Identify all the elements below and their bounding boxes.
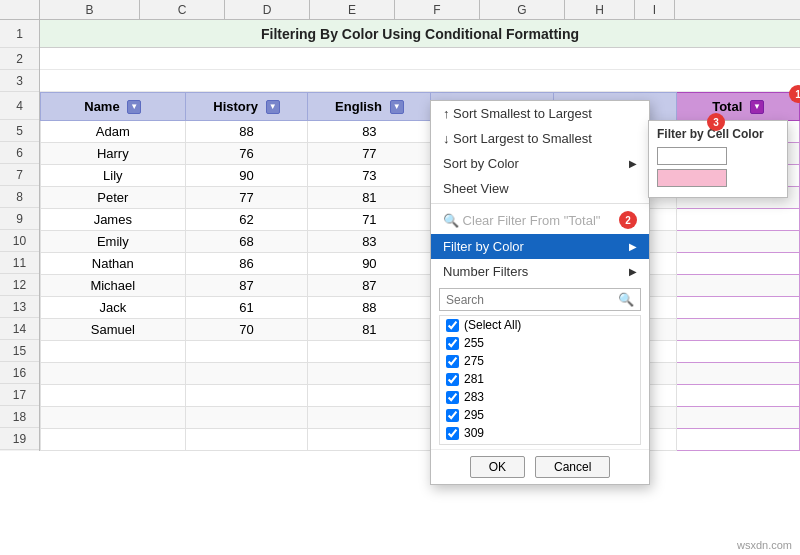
table-row: Samuel708160 bbox=[41, 319, 800, 341]
check-275[interactable]: 275 bbox=[440, 352, 640, 370]
checkbox-295[interactable] bbox=[446, 409, 459, 422]
filter-name-btn[interactable] bbox=[127, 100, 141, 114]
check-309[interactable]: 309 bbox=[440, 424, 640, 442]
table-row-empty-16 bbox=[41, 363, 800, 385]
filter-total-btn[interactable] bbox=[750, 100, 764, 114]
row-num-4: 4 bbox=[0, 92, 39, 120]
cell-history: 70 bbox=[185, 319, 308, 341]
cell-name: Michael bbox=[41, 275, 186, 297]
cell-english: 81 bbox=[308, 187, 431, 209]
badge-2: 2 bbox=[619, 211, 637, 229]
cell-english: 71 bbox=[308, 209, 431, 231]
filter-english-btn[interactable] bbox=[390, 100, 404, 114]
row-num-14: 14 bbox=[0, 318, 39, 340]
table-row: Emily688364 bbox=[41, 231, 800, 253]
row-num-17: 17 bbox=[0, 384, 39, 406]
cell-english: 73 bbox=[308, 165, 431, 187]
badge-1: 1 bbox=[789, 85, 800, 103]
spreadsheet: B C D E F G H I 1 2 3 4 5 6 7 8 9 10 11 … bbox=[0, 0, 800, 555]
row-num-15: 15 bbox=[0, 340, 39, 362]
row-num-16: 16 bbox=[0, 362, 39, 384]
row-num-6: 6 bbox=[0, 142, 39, 164]
pink-color-swatch[interactable] bbox=[657, 169, 727, 187]
cell-name: James bbox=[41, 209, 186, 231]
menu-filter-by-color[interactable]: Filter by Color ▶ bbox=[431, 234, 649, 259]
check-255[interactable]: 255 bbox=[440, 334, 640, 352]
row-num-9: 9 bbox=[0, 208, 39, 230]
col-header-g: G bbox=[480, 0, 565, 19]
cell-english: 77 bbox=[308, 143, 431, 165]
checkbox-275[interactable] bbox=[446, 355, 459, 368]
table-row: Jack618862 bbox=[41, 297, 800, 319]
check-281[interactable]: 281 bbox=[440, 370, 640, 388]
cell-history: 86 bbox=[185, 253, 308, 275]
cell-name: Harry bbox=[41, 143, 186, 165]
menu-sort-asc[interactable]: ↑ Sort Smallest to Largest bbox=[431, 101, 649, 126]
row-num-7: 7 bbox=[0, 164, 39, 186]
cell-name: Samuel bbox=[41, 319, 186, 341]
th-history: History bbox=[185, 93, 308, 121]
menu-number-filters[interactable]: Number Filters ▶ bbox=[431, 259, 649, 284]
row-num-19: 19 bbox=[0, 428, 39, 450]
chevron-right-icon: ▶ bbox=[629, 158, 637, 169]
chevron-right-icon-2: ▶ bbox=[629, 266, 637, 277]
cancel-button[interactable]: Cancel bbox=[535, 456, 610, 478]
check-283[interactable]: 283 bbox=[440, 388, 640, 406]
cell-total bbox=[677, 253, 800, 275]
checkbox-309[interactable] bbox=[446, 427, 459, 440]
checkbox-283[interactable] bbox=[446, 391, 459, 404]
row-num-10: 10 bbox=[0, 230, 39, 252]
checklist[interactable]: (Select All) 255 275 281 283 295 bbox=[439, 315, 641, 445]
table-row: James627161 bbox=[41, 209, 800, 231]
checkbox-281[interactable] bbox=[446, 373, 459, 386]
empty-row-2 bbox=[40, 48, 800, 70]
cell-history: 62 bbox=[185, 209, 308, 231]
checkbox-select-all[interactable] bbox=[446, 319, 459, 332]
ok-button[interactable]: OK bbox=[470, 456, 525, 478]
table-row: Michael878761 bbox=[41, 275, 800, 297]
row-num-11: 11 bbox=[0, 252, 39, 274]
cell-total bbox=[677, 231, 800, 253]
badge-3: 3 bbox=[707, 113, 725, 131]
menu-clear-filter: 🔍 Clear Filter From "Total" 2 bbox=[431, 206, 649, 234]
checkbox-313[interactable] bbox=[446, 445, 459, 446]
check-295[interactable]: 295 bbox=[440, 406, 640, 424]
checkbox-255[interactable] bbox=[446, 337, 459, 350]
col-header-row: B C D E F G H I bbox=[0, 0, 800, 20]
menu-sort-desc[interactable]: ↓ Sort Largest to Smallest bbox=[431, 126, 649, 151]
menu-sheet-view[interactable]: Sheet View bbox=[431, 176, 649, 201]
check-select-all[interactable]: (Select All) bbox=[440, 316, 640, 334]
cell-name: Adam bbox=[41, 121, 186, 143]
cell-name: Peter bbox=[41, 187, 186, 209]
menu-search[interactable]: 🔍 bbox=[439, 288, 641, 311]
row-num-1: 1 bbox=[0, 20, 39, 48]
cell-english: 88 bbox=[308, 297, 431, 319]
check-313[interactable]: 313 bbox=[440, 442, 640, 445]
search-input[interactable] bbox=[440, 290, 612, 310]
cell-name: Jack bbox=[41, 297, 186, 319]
cell-english: 83 bbox=[308, 121, 431, 143]
watermark: wsxdn.com bbox=[737, 539, 792, 551]
color-panel: Filter by Cell Color 3 bbox=[648, 120, 788, 198]
cell-total bbox=[677, 319, 800, 341]
menu-divider-1 bbox=[431, 203, 649, 204]
filter-history-btn[interactable] bbox=[266, 100, 280, 114]
cell-english: 90 bbox=[308, 253, 431, 275]
cell-english: 83 bbox=[308, 231, 431, 253]
menu-sort-color[interactable]: Sort by Color ▶ bbox=[431, 151, 649, 176]
cell-name: Nathan bbox=[41, 253, 186, 275]
col-header-e: E bbox=[310, 0, 395, 19]
table-row: Nathan869085 bbox=[41, 253, 800, 275]
white-color-swatch[interactable] bbox=[657, 147, 727, 165]
table-row-empty-15 bbox=[41, 341, 800, 363]
col-header-h: H bbox=[565, 0, 635, 19]
row-num-3: 3 bbox=[0, 70, 39, 92]
col-header-b: B bbox=[40, 0, 140, 19]
col-header-i: I bbox=[635, 0, 675, 19]
grid-body: 1 2 3 4 5 6 7 8 9 10 11 12 13 14 15 16 1… bbox=[0, 20, 800, 451]
th-total: Total 1 bbox=[677, 93, 800, 121]
table-row-empty-19 bbox=[41, 429, 800, 451]
cell-total bbox=[677, 275, 800, 297]
corner-cell bbox=[0, 0, 40, 19]
spreadsheet-title: Filtering By Color Using Conditional For… bbox=[261, 26, 579, 42]
